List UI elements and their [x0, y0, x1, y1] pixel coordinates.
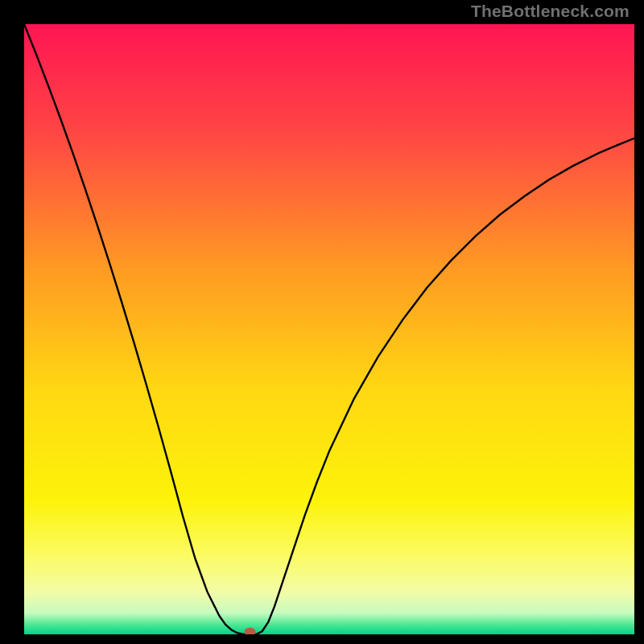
watermark-text: TheBottleneck.com	[471, 2, 630, 21]
chart-frame: TheBottleneck.com	[0, 0, 644, 644]
optimum-marker	[244, 628, 255, 637]
gradient-background	[24, 24, 634, 634]
bottleneck-chart	[0, 0, 644, 644]
